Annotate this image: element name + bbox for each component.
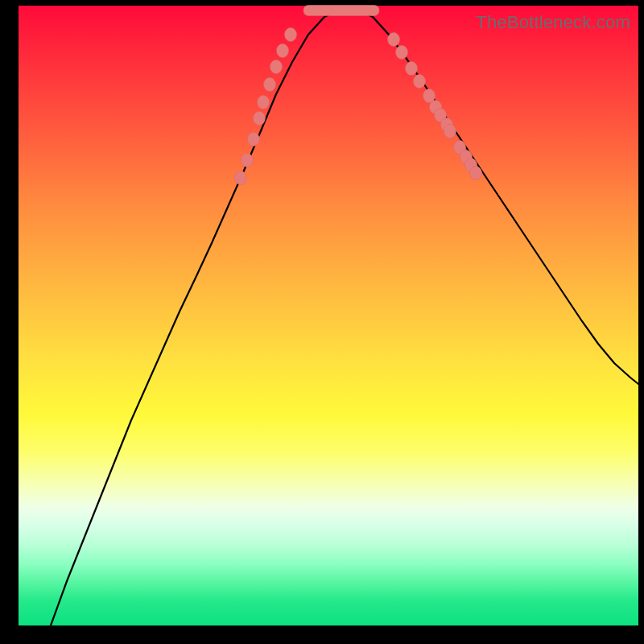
chart-plot-area: TheBottleneck.com — [19, 6, 638, 625]
highlight-dot — [254, 112, 266, 126]
highlight-dot — [396, 46, 408, 60]
highlight-dot — [270, 60, 283, 74]
highlight-dot — [248, 133, 260, 147]
highlight-dot — [264, 78, 276, 92]
highlight-dot — [235, 171, 247, 185]
highlight-dot — [444, 125, 456, 138]
highlight-dot — [258, 96, 270, 109]
highlight-dot — [242, 154, 254, 167]
highlight-dot — [414, 75, 426, 89]
highlight-dot — [388, 33, 400, 47]
highlight-dot — [277, 44, 289, 58]
highlight-dot — [285, 28, 297, 42]
optimal-range-bar — [303, 6, 379, 16]
highlight-dot — [470, 167, 482, 180]
chart-stage: TheBottleneck.com — [0, 0, 644, 644]
highlight-dot — [406, 62, 418, 76]
bottleneck-curve — [51, 9, 638, 625]
bottleneck-curve-svg — [19, 6, 638, 625]
